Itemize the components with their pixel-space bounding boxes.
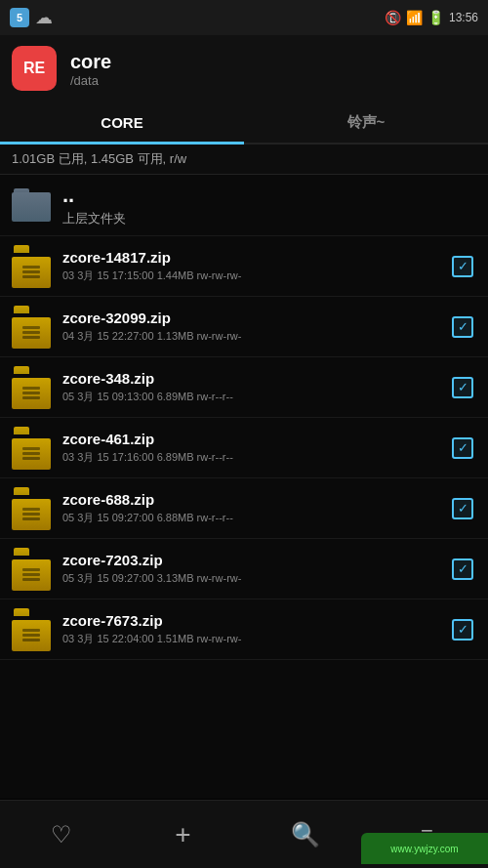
- file-meta-3: 03 3月 15 17:16:00 6.89MB rw-r--r--: [62, 450, 447, 465]
- file-info-2: zcore-348.zip 05 3月 15 09:13:00 6.89MB r…: [62, 370, 447, 404]
- checkbox-3[interactable]: [447, 433, 478, 464]
- checkbox-check-2: [452, 377, 473, 398]
- cloud-icon: ☁: [35, 7, 53, 28]
- status-bar: 5 ☁ 📵 📶 🔋 13:56: [0, 0, 488, 35]
- checkbox-check-0: [452, 256, 473, 277]
- watermark: www.ywjzy.com: [361, 833, 488, 864]
- file-meta-5: 05 3月 15 09:27:00 3.13MB rw-rw-rw-: [62, 571, 447, 586]
- checkbox-check-4: [452, 498, 473, 519]
- zip-icon-5: [10, 548, 53, 591]
- bottom-nav: ♡ + 🔍 ≡ www.ywjzy.com: [0, 800, 488, 868]
- checkbox-2[interactable]: [447, 372, 478, 403]
- zip-icon-1: [10, 306, 53, 349]
- file-name-4: zcore-688.zip: [62, 491, 447, 508]
- clock: 13:56: [449, 11, 478, 24]
- file-info-4: zcore-688.zip 05 3月 15 09:27:00 6.88MB r…: [62, 491, 447, 525]
- checkbox-check-1: [452, 316, 473, 338]
- checkbox-4[interactable]: [447, 493, 478, 524]
- add-button[interactable]: +: [159, 810, 208, 859]
- folder-icon: [10, 184, 53, 227]
- app-header: RE core /data: [0, 35, 488, 102]
- app-icon: RE: [12, 46, 57, 91]
- plus-icon: +: [175, 819, 190, 850]
- file-info-parent: .. 上层文件夹: [62, 183, 478, 227]
- list-item-zip-6[interactable]: zcore-7673.zip 03 3月 15 22:04:00 1.51MB …: [0, 599, 488, 660]
- checkbox-6[interactable]: [447, 614, 478, 645]
- file-name-6: zcore-7673.zip: [62, 612, 447, 629]
- file-info-1: zcore-32099.zip 04 3月 15 22:27:00 1.13MB…: [62, 310, 447, 344]
- tabs: CORE 铃声~: [0, 102, 488, 145]
- checkbox-check-5: [452, 558, 473, 580]
- file-info-0: zcore-14817.zip 03 3月 15 17:15:00 1.44MB…: [62, 249, 447, 283]
- notification-badge: 5: [10, 8, 29, 27]
- zip-icon-6: [10, 608, 53, 651]
- checkbox-1[interactable]: [447, 311, 478, 343]
- app-title: core: [70, 50, 111, 73]
- status-right: 📵 📶 🔋 13:56: [385, 10, 478, 25]
- list-item-zip-1[interactable]: zcore-32099.zip 04 3月 15 22:27:00 1.13MB…: [0, 297, 488, 357]
- storage-info: 1.01GB 已用, 1.45GB 可用, r/w: [0, 145, 488, 175]
- signal-bars-icon: 📶: [406, 10, 423, 25]
- zip-icon-4: [10, 487, 53, 530]
- file-meta-2: 05 3月 15 09:13:00 6.89MB rw-r--r--: [62, 390, 447, 404]
- file-name-1: zcore-32099.zip: [62, 310, 447, 326]
- watermark-text: www.ywjzy.com: [390, 844, 458, 854]
- file-meta-6: 03 3月 15 22:04:00 1.51MB rw-rw-rw-: [62, 632, 447, 646]
- checkbox-check-6: [452, 619, 473, 641]
- checkbox-0[interactable]: [447, 251, 478, 282]
- search-icon: 🔍: [291, 821, 320, 848]
- list-item-zip-2[interactable]: zcore-348.zip 05 3月 15 09:13:00 6.89MB r…: [0, 357, 488, 418]
- file-name-2: zcore-348.zip: [62, 370, 447, 387]
- file-name-0: zcore-14817.zip: [62, 249, 447, 266]
- heart-button[interactable]: ♡: [37, 810, 86, 859]
- tab-core[interactable]: CORE: [0, 102, 244, 143]
- list-item-zip-3[interactable]: zcore-461.zip 03 3月 15 17:16:00 6.89MB r…: [0, 418, 488, 478]
- signal-off-icon: 📵: [385, 10, 401, 25]
- zip-icon-0: [10, 245, 53, 288]
- file-info-5: zcore-7203.zip 05 3月 15 09:27:00 3.13MB …: [62, 552, 447, 586]
- file-meta-4: 05 3月 15 09:27:00 6.88MB rw-r--r--: [62, 511, 447, 525]
- app-title-block: core /data: [70, 50, 111, 88]
- zip-icon-2: [10, 366, 53, 409]
- checkbox-check-3: [452, 437, 473, 459]
- status-left: 5 ☁: [10, 7, 53, 28]
- tab-ringtone[interactable]: 铃声~: [244, 102, 488, 143]
- checkbox-5[interactable]: [447, 554, 478, 585]
- file-name-5: zcore-7203.zip: [62, 552, 447, 568]
- file-info-3: zcore-461.zip 03 3月 15 17:16:00 6.89MB r…: [62, 431, 447, 465]
- battery-icon: 🔋: [427, 10, 444, 25]
- file-name-3: zcore-461.zip: [62, 431, 447, 447]
- file-meta-1: 04 3月 15 22:27:00 1.13MB rw-rw-rw-: [62, 329, 447, 344]
- zip-icon-3: [10, 427, 53, 470]
- parent-label: 上层文件夹: [62, 210, 478, 227]
- search-button[interactable]: 🔍: [281, 810, 330, 859]
- file-info-6: zcore-7673.zip 03 3月 15 22:04:00 1.51MB …: [62, 612, 447, 646]
- app-subtitle: /data: [70, 73, 111, 88]
- list-item-zip-5[interactable]: zcore-7203.zip 05 3月 15 09:27:00 3.13MB …: [0, 539, 488, 599]
- list-item-zip-0[interactable]: zcore-14817.zip 03 3月 15 17:15:00 1.44MB…: [0, 236, 488, 297]
- file-meta-0: 03 3月 15 17:15:00 1.44MB rw-rw-rw-: [62, 269, 447, 283]
- list-item-zip-4[interactable]: zcore-688.zip 05 3月 15 09:27:00 6.88MB r…: [0, 478, 488, 539]
- file-list[interactable]: .. 上层文件夹 zcore-14817.zip 03 3月 15 17:15:…: [0, 175, 488, 799]
- list-item-parent[interactable]: .. 上层文件夹: [0, 175, 488, 236]
- parent-dots: ..: [62, 183, 478, 208]
- heart-icon: ♡: [51, 821, 72, 848]
